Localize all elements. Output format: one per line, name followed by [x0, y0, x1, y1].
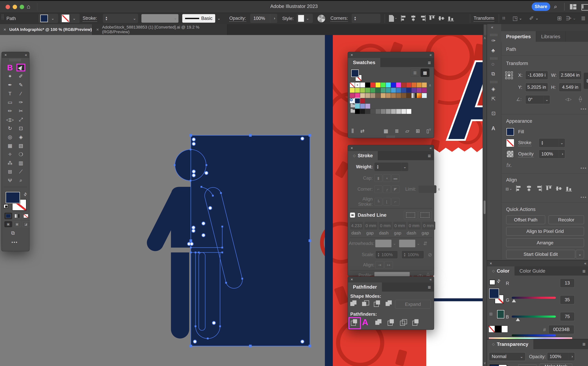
brush-definition-dropdown[interactable]: Basic ⌄: [182, 14, 223, 23]
transform-link[interactable]: Transform: [474, 15, 494, 22]
opacity-label[interactable]: Opacity:: [229, 15, 246, 22]
swatch[interactable]: [350, 93, 355, 98]
color-group[interactable]: [350, 109, 355, 114]
tool-zoom-tool[interactable]: ⌕: [16, 176, 25, 184]
swatch[interactable]: [380, 82, 386, 88]
shape-mode-exclude[interactable]: [386, 300, 393, 307]
swatch[interactable]: [380, 109, 386, 114]
swatch[interactable]: [365, 88, 370, 93]
tool-mesh-tool[interactable]: ▦: [6, 142, 15, 149]
tool-pen-tool[interactable]: ✒: [6, 81, 15, 89]
swap-fill-stroke-icon[interactable]: ⇄: [22, 191, 28, 197]
align-bottom[interactable]: [448, 15, 454, 22]
swatch[interactable]: [422, 93, 427, 98]
list-view-button[interactable]: ≣: [410, 69, 419, 77]
swatch[interactable]: [386, 88, 391, 93]
tab-color-guide[interactable]: Color Guide: [514, 267, 550, 275]
tool-blend-tool[interactable]: ❍: [16, 151, 25, 158]
scroll-down-icon[interactable]: ∨: [484, 361, 486, 365]
appearance-stroke-weight-field[interactable]: ▲▼ ⌄: [539, 138, 565, 147]
pathfinder-merge-button[interactable]: [375, 319, 382, 326]
panel-menu-icon[interactable]: ≡: [428, 153, 431, 159]
arrange-grid-icon[interactable]: ⊞: [557, 15, 562, 22]
w-field[interactable]: 2.5804 in: [559, 71, 582, 80]
r-slider[interactable]: [512, 297, 556, 299]
swatch[interactable]: [355, 88, 360, 93]
tool-rectangle-tool[interactable]: ▭: [6, 99, 15, 106]
symbols-panel-icon[interactable]: ♣: [491, 47, 495, 53]
swatch[interactable]: [375, 109, 380, 114]
g-value-field[interactable]: 35: [560, 295, 575, 304]
delete-swatch-icon[interactable]: ▯: [426, 128, 429, 134]
tool-hand-tool[interactable]: Ψ: [6, 176, 15, 184]
workspace-switcher-icon[interactable]: [570, 4, 576, 9]
corners-stepper[interactable]: ▲▼: [352, 16, 359, 21]
h-field[interactable]: 4.549 in: [559, 83, 582, 92]
close-tab-icon[interactable]: ×: [4, 27, 6, 32]
graphic-style-well[interactable]: ⌄: [297, 14, 313, 23]
panel-toggle-icon[interactable]: [581, 4, 588, 11]
stroke-tab[interactable]: ◇Stroke: [348, 151, 378, 160]
transform-panel-icon[interactable]: ⧉: [491, 71, 495, 77]
new-color-group-icon[interactable]: ▱: [405, 128, 409, 134]
swatch[interactable]: [375, 93, 380, 98]
menu-icon[interactable]: ≣: [581, 15, 586, 22]
swatch[interactable]: [406, 88, 411, 93]
share-button[interactable]: Share: [532, 2, 550, 11]
tool-perspective-tool[interactable]: ◈: [16, 133, 25, 141]
swatch-options-icon[interactable]: ≣: [395, 128, 399, 134]
character-panel-icon[interactable]: A: [491, 125, 495, 131]
tool-eyedropper-tool[interactable]: ✧: [6, 151, 15, 158]
corners-field[interactable]: ▲▼: [352, 14, 380, 23]
swatch[interactable]: [350, 82, 355, 88]
draw-normal-button[interactable]: ▣: [4, 221, 12, 227]
search-icon[interactable]: ⌕: [554, 3, 557, 10]
y-field[interactable]: 5.2025 in: [525, 83, 548, 92]
gradient-mode-button[interactable]: [13, 213, 21, 219]
swap-colors-icon[interactable]: ⇄: [495, 278, 502, 284]
swatch[interactable]: [391, 82, 396, 88]
close-icon[interactable]: ×: [4, 53, 7, 57]
tab-color[interactable]: ◇Color: [487, 267, 514, 275]
collapse-icon[interactable]: «: [430, 277, 431, 282]
shape-mode-intersect[interactable]: [374, 300, 381, 307]
swatch[interactable]: [396, 93, 401, 98]
swatch[interactable]: [401, 82, 406, 88]
more-options-icon[interactable]: •••: [581, 195, 587, 200]
tool-selection-tool[interactable]: [16, 64, 25, 71]
flip-vertical-icon[interactable]: ◁▷: [578, 96, 583, 102]
brushes-panel-icon[interactable]: ✑: [491, 38, 496, 44]
tool-line-tool[interactable]: ∕: [16, 90, 25, 97]
dash-field[interactable]: 0 mm: [407, 221, 421, 230]
swatch[interactable]: [401, 109, 406, 114]
blend-mode-dropdown[interactable]: Normal ⌄: [489, 352, 526, 361]
panel-menu-icon[interactable]: ≡: [582, 341, 586, 347]
swatch[interactable]: [417, 93, 422, 98]
shape-mode-minus-front[interactable]: [362, 300, 369, 307]
collapse-icon[interactable]: «: [584, 261, 586, 266]
pathfinder-divide-button[interactable]: [351, 319, 358, 327]
color-fill-proxy[interactable]: [489, 289, 499, 298]
object-thumbnail[interactable]: [490, 364, 507, 366]
scrollbar-thumb[interactable]: [484, 200, 485, 214]
dash-preserve-button[interactable]: [404, 211, 417, 219]
more-options-icon[interactable]: •••: [581, 166, 587, 171]
pathfinder-outline-button[interactable]: [400, 319, 407, 326]
slider-thumb[interactable]: [516, 318, 520, 321]
tool-paintbrush-tool[interactable]: ✑: [16, 99, 25, 106]
swatch[interactable]: [401, 93, 406, 98]
none-mini-swatch[interactable]: [489, 326, 495, 333]
tool-pencil-tool[interactable]: ✏: [6, 107, 15, 115]
close-icon[interactable]: ×: [350, 277, 353, 282]
in-gamut-swatch[interactable]: [497, 310, 504, 319]
close-tab-icon[interactable]: ×: [96, 27, 99, 32]
corners-label[interactable]: Corners:: [330, 15, 348, 22]
stroke-color-well[interactable]: ⌄: [60, 14, 80, 23]
scroll-up-icon[interactable]: ∧: [484, 36, 486, 40]
document-setup-icon[interactable]: ⌄: [388, 15, 398, 22]
appearance-opacity-field[interactable]: 100% ⌄: [539, 149, 565, 159]
reference-point-grid[interactable]: [505, 71, 514, 80]
swatch[interactable]: [355, 104, 360, 109]
draw-behind-button[interactable]: ▣: [13, 221, 21, 227]
close-icon[interactable]: ×: [490, 261, 492, 266]
